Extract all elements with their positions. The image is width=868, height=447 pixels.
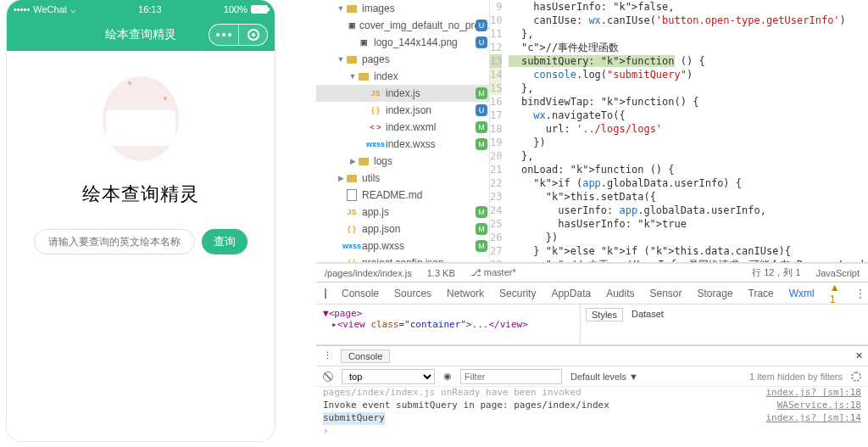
carrier-label: WeChat [33,4,67,14]
vcs-badge: M [476,206,487,218]
file-logo_144x144.png[interactable]: ▣logo_144x144.pngU [316,34,489,51]
wifi-icon: ⌵ [70,4,76,15]
wxml-icon: < > [369,121,382,133]
wxml-side-tabs[interactable]: Styles Dataset [580,305,868,344]
drawer-tab-console[interactable]: Console [341,349,390,363]
tree-label: project.config.json [362,257,444,262]
mini-program-navbar: 绘本查询精灵 [7,19,275,51]
file-index.json[interactable]: { }index.jsonU [316,102,489,119]
wxml-node[interactable]: <page> [329,308,363,319]
drawer-close-icon[interactable]: ✕ [855,350,863,361]
search-button[interactable]: 查询 [202,229,248,254]
folder-icon [345,53,359,65]
capsule-close-icon[interactable] [238,25,267,45]
tree-label: logo_144x144.png [374,36,458,48]
file-project.config.json[interactable]: { }project.config.json [316,254,489,262]
console-row[interactable]: Invoke event submitQuery in page: pages/… [323,400,861,412]
live-expr-icon[interactable]: ◉ [443,371,452,382]
devtab-storage[interactable]: Storage [698,288,733,299]
file-README.md[interactable]: README.md [316,187,489,204]
console-settings-icon[interactable] [851,372,861,382]
console-filter-input[interactable] [460,369,562,384]
vcs-badge: U [476,20,487,31]
vcs-badge: U [476,36,487,48]
tab-dataset[interactable]: Dataset [626,308,669,320]
devtools-tabs[interactable]: ConsoleSourcesNetworkSecurityAppDataAudi… [316,282,868,305]
page-title: 绘本查询精灵 [7,182,275,207]
status-path: /pages/index/index.js [325,268,412,278]
folder-utils[interactable]: ▶utils [316,170,489,187]
devtab-audits[interactable]: Audits [606,288,634,299]
tree-label: app.js [362,206,389,218]
wxml-node[interactable]: <view [337,319,365,330]
context-select[interactable]: top [342,369,435,384]
file-index.wxml[interactable]: < >index.wxmlM [316,119,489,136]
levels-select[interactable]: Default levels ▼ [570,372,638,382]
page-body: 绘本查询精灵 查询 [7,76,275,441]
file-tree[interactable]: ▼images▣cover_img_default_no_proj...U▣lo… [316,0,490,262]
console-prompt[interactable]: › [323,425,861,438]
devtab-wxml[interactable]: Wxml [789,288,815,299]
console-toolbar[interactable]: top ◉ Default levels ▼ 1 item hidden by … [316,366,868,387]
wxml-pane: ▼<page> ▸<view class="container">...</vi… [316,305,868,345]
status-bar: ••••• WeChat ⌵ 16:13 100% [7,0,275,19]
devtab-sensor[interactable]: Sensor [650,288,682,299]
drawer-tabs[interactable]: ⋮ Console ✕ [316,346,868,366]
console-body[interactable]: pages/index/index.js onReady have been i… [316,387,868,447]
console-row[interactable]: submitQueryindex.js? [sm]:14 [323,412,861,425]
devtab-trace[interactable]: Trace [748,288,774,299]
capsule-menu-icon[interactable] [209,25,238,45]
file-app.wxss[interactable]: wxssapp.wxssM [316,237,489,254]
status-time: 16:13 [138,4,162,14]
md-icon [345,189,359,201]
tree-label: index.json [386,104,431,116]
app-logo [103,76,179,161]
status-lang: JavaScript [816,268,860,278]
tab-styles[interactable]: Styles [586,308,623,321]
file-app.json[interactable]: { }app.jsonM [316,221,489,237]
console-row[interactable]: pages/index/index.js onReady have been i… [323,387,861,400]
wxss-icon: wxss [369,138,382,150]
status-size: 1.3 KB [427,268,455,278]
js-icon: JS [345,206,359,218]
devtab-security[interactable]: Security [499,288,536,299]
tree-label: pages [362,53,390,65]
signal-icon: ••••• [14,4,30,14]
folder-pages[interactable]: ▼pages [316,51,489,68]
folder-icon [357,70,370,82]
folder-index[interactable]: ▼index [316,68,489,85]
tree-label: index.js [386,87,420,99]
json-icon: { } [345,257,359,262]
devtab-sources[interactable]: Sources [394,288,431,299]
tree-label: index [374,70,398,82]
folder-logs[interactable]: ▶logs [316,153,489,170]
file-app.js[interactable]: JSapp.jsM [316,204,489,221]
drawer-menu-icon[interactable]: ⋮ [323,350,332,361]
devtools-more-icon[interactable]: ⋮ [855,288,865,299]
inspect-icon[interactable] [325,288,326,299]
devtools: ConsoleSourcesNetworkSecurityAppDataAudi… [316,282,868,447]
code-editor[interactable]: 910111213141516171819202122232425262728 … [490,0,868,262]
code-area[interactable]: hasUserInfo: "k">false, canIUse: wx.canI… [509,0,868,262]
vcs-badge: M [476,240,487,252]
file-cover_img_default_no_proj...[interactable]: ▣cover_img_default_no_proj...U [316,17,489,34]
capsule[interactable] [209,24,268,46]
search-input[interactable] [34,229,195,254]
folder-icon [345,3,359,14]
devtab-console[interactable]: Console [342,288,379,299]
clear-console-icon[interactable] [323,372,333,382]
img-icon: ▣ [348,20,356,31]
file-index.wxss[interactable]: wxssindex.wxssM [316,136,489,153]
hidden-count: 1 item hidden by filters [749,372,843,382]
phone-frame: ••••• WeChat ⌵ 16:13 100% 绘本查询精灵 绘本查询精灵 [7,0,275,441]
warning-badge[interactable]: ▲ 1 [830,282,840,305]
wxml-tree[interactable]: ▼<page> ▸<view class="container">...</vi… [316,305,580,344]
devtab-network[interactable]: Network [447,288,484,299]
img-icon: ▣ [357,36,370,48]
file-index.js[interactable]: JSindex.jsM [316,85,489,102]
console-drawer: ⋮ Console ✕ top ◉ Default levels ▼ 1 ite… [316,345,868,447]
status-branch[interactable]: ⎇ master* [470,267,516,278]
devtab-appdata[interactable]: AppData [551,288,591,299]
folder-images[interactable]: ▼images [316,0,489,17]
tree-label: utils [362,172,380,184]
